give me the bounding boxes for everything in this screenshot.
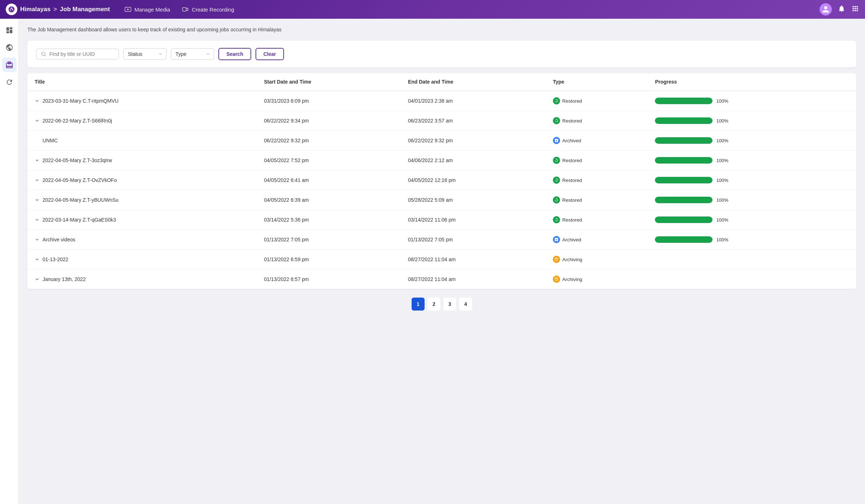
sidebar-item-refresh[interactable] xyxy=(2,75,17,89)
type-status-icon xyxy=(553,157,560,164)
table-row: UNMC06/22/2022 9:32 pm06/22/2022 9:32 pm… xyxy=(27,131,856,151)
row-expand-icon[interactable] xyxy=(35,197,40,202)
manage-media-icon xyxy=(124,6,132,13)
brand-logo xyxy=(6,4,17,15)
table-row: 2022-04-05-Mary Z.T-yBUUWnSu04/05/2022 6… xyxy=(27,190,856,210)
brand-page-name: Job Management xyxy=(60,6,110,13)
cell-progress: 100% xyxy=(648,111,856,131)
manage-media-link[interactable]: Manage Media xyxy=(124,6,170,13)
table-row: January 13th, 202201/13/2022 6:57 pm08/2… xyxy=(27,269,856,289)
cell-start-date: 06/22/2022 9:32 pm xyxy=(257,131,400,151)
type-status-icon xyxy=(553,196,560,204)
page-3-button[interactable]: 3 xyxy=(443,298,456,311)
type-status-icon xyxy=(553,137,560,144)
row-title-text: UNMC xyxy=(43,138,58,143)
table-row: 2022-06-22-Mary Z.T-S66lRn0j06/22/2022 9… xyxy=(27,111,856,131)
cell-type: Archiving xyxy=(546,250,648,269)
row-title-text: 2022-06-22-Mary Z.T-S66lRn0j xyxy=(43,118,112,124)
row-expand-icon[interactable] xyxy=(35,158,40,163)
search-input[interactable] xyxy=(49,51,114,57)
row-title-text: 2022-04-05-Mary Z.T-3oz3qIrw xyxy=(43,157,112,163)
row-expand-icon[interactable] xyxy=(35,257,40,262)
type-icon-inner xyxy=(554,198,559,202)
page-4-button[interactable]: 4 xyxy=(459,298,472,311)
progress-bar-background xyxy=(655,98,713,104)
row-expand-icon[interactable] xyxy=(35,277,40,282)
row-expand-icon[interactable] xyxy=(35,237,40,242)
status-select[interactable]: Status All Active Archived Restored Arch… xyxy=(123,48,167,60)
svg-point-0 xyxy=(9,6,15,13)
cell-start-date: 01/13/2022 6:57 pm xyxy=(257,269,400,289)
brand: Himalayas > Job Management xyxy=(6,4,110,15)
cell-type: Restored xyxy=(546,210,648,230)
user-avatar[interactable] xyxy=(820,3,832,15)
type-status-icon xyxy=(553,216,560,223)
row-expand-icon[interactable] xyxy=(35,217,40,222)
row-title-text: Archive videos xyxy=(43,237,75,242)
row-expand-icon[interactable] xyxy=(35,118,40,123)
cell-end-date: 05/28/2022 5:09 am xyxy=(401,190,546,210)
type-select[interactable]: Type All Restore Archive Recording xyxy=(171,48,214,60)
main-content: The Job Management dashboard allows user… xyxy=(19,19,865,504)
cell-progress: 100% xyxy=(648,131,856,151)
progress-label: 100% xyxy=(716,197,730,203)
progress-bar-background xyxy=(655,157,713,164)
svg-marker-2 xyxy=(127,9,129,10)
row-title-text: 2022-04-05-Mary Z.T-yBUUWnSu xyxy=(43,197,119,203)
cell-end-date: 01/13/2022 7:05 pm xyxy=(401,230,546,250)
cell-title: 2022-04-05-Mary Z.T-3oz3qIrw xyxy=(27,151,257,170)
progress-label: 100% xyxy=(716,118,730,124)
jobs-table: Title Start Date and Time End Date and T… xyxy=(27,73,856,289)
cell-start-date: 01/13/2022 7:05 pm xyxy=(257,230,400,250)
row-expand-icon[interactable] xyxy=(35,98,40,103)
apps-button[interactable] xyxy=(851,5,859,14)
cell-start-date: 01/13/2022 6:59 pm xyxy=(257,250,400,269)
cell-progress: 100% xyxy=(648,190,856,210)
type-status-icon xyxy=(553,97,560,104)
progress-label: 100% xyxy=(716,237,730,242)
cell-type: Restored xyxy=(546,190,648,210)
table-row: 2023-03-31-Mary C.T-ntpmQMVU03/31/2023 6… xyxy=(27,91,856,111)
create-recording-link[interactable]: Create Recording xyxy=(182,6,234,13)
cell-type: Archiving xyxy=(546,269,648,289)
cell-title: 2022-03-14-Mary Z.T-qGaES0k3 xyxy=(27,210,257,230)
cell-start-date: 04/05/2022 7:52 pm xyxy=(257,151,400,170)
cell-end-date: 06/23/2022 3:57 am xyxy=(401,111,546,131)
cell-end-date: 06/22/2022 9:32 pm xyxy=(401,131,546,151)
row-title-text: 2023-03-31-Mary C.T-ntpmQMVU xyxy=(43,98,119,104)
progress-bar-fill xyxy=(655,157,713,164)
cell-title: 2022-04-05-Mary Z.T-OvZVkOFo xyxy=(27,170,257,190)
sidebar-item-dashboard[interactable] xyxy=(2,23,17,37)
sidebar-item-jobs[interactable] xyxy=(2,58,17,72)
notifications-button[interactable] xyxy=(838,5,846,14)
clear-button[interactable]: Clear xyxy=(256,48,284,60)
page-description: The Job Management dashboard allows user… xyxy=(27,26,856,34)
page-2-button[interactable]: 2 xyxy=(427,298,440,311)
type-icon-inner xyxy=(554,99,559,103)
cell-end-date: 08/27/2022 11:04 am xyxy=(401,269,546,289)
progress-bar-background xyxy=(655,197,713,203)
search-button[interactable]: Search xyxy=(218,48,251,60)
page-1-button[interactable]: 1 xyxy=(412,298,425,311)
cell-type: Restored xyxy=(546,111,648,131)
svg-line-4 xyxy=(45,55,46,56)
row-expand-icon[interactable] xyxy=(35,178,40,183)
type-label: Archived xyxy=(562,138,581,143)
type-icon-inner xyxy=(554,119,559,123)
type-label: Restored xyxy=(562,118,582,124)
table-row: 01-13-202201/13/2022 6:59 pm08/27/2022 1… xyxy=(27,250,856,269)
row-title-text: 01-13-2022 xyxy=(43,257,68,262)
type-icon-inner xyxy=(554,277,559,281)
progress-bar-fill xyxy=(655,117,713,124)
refresh-icon xyxy=(5,78,13,86)
create-recording-icon xyxy=(182,6,189,13)
type-status-icon xyxy=(553,117,560,124)
cell-start-date: 03/14/2022 5:36 pm xyxy=(257,210,400,230)
progress-bar-fill xyxy=(655,236,713,243)
sidebar-item-globe[interactable] xyxy=(2,40,17,55)
nav-links: Manage Media Create Recording xyxy=(124,6,811,13)
type-status-icon xyxy=(553,276,560,283)
search-input-wrapper[interactable] xyxy=(36,49,119,59)
cell-type: Restored xyxy=(546,151,648,170)
dashboard-icon xyxy=(5,26,13,34)
